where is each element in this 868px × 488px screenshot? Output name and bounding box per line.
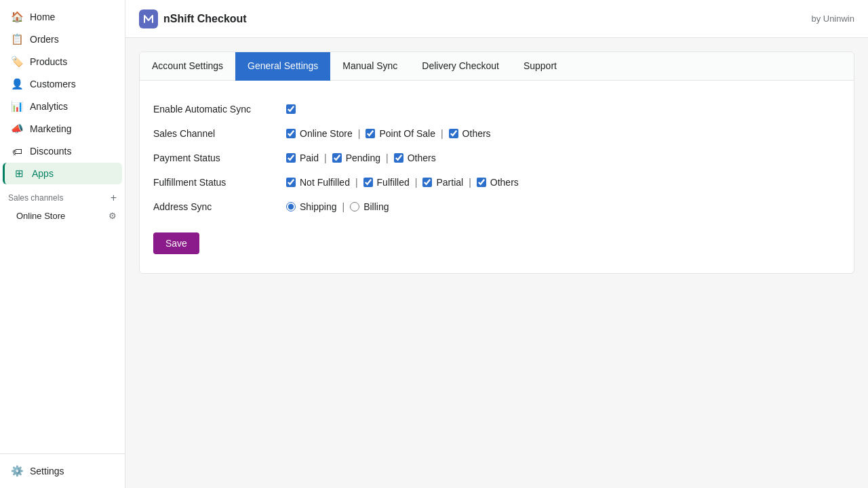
online-store-settings-icon[interactable]: ⚙ (108, 211, 117, 221)
sidebar-item-online-store[interactable]: Online Store ⚙ (0, 207, 125, 225)
fulfillment-others-text: Others (490, 177, 519, 188)
tab-manual-sync[interactable]: Manual Sync (330, 52, 410, 81)
sales-channel-pos-checkbox[interactable] (366, 129, 375, 138)
sales-channel-value: Online Store | Point Of Sale | Others (286, 128, 491, 139)
fulfillment-partial-text: Partial (436, 177, 463, 188)
by-label: by Uninwin (811, 14, 854, 24)
analytics-icon: 📊 (11, 100, 23, 113)
top-header: nShift Checkout by Uninwin (125, 0, 868, 38)
tabs-header: Account Settings General Settings Manual… (140, 52, 854, 81)
sidebar-item-label: Customers (30, 79, 76, 89)
address-sync-shipping-text: Shipping (300, 201, 337, 212)
address-sync-billing-radio[interactable] (350, 202, 359, 211)
sidebar-item-label: Analytics (30, 101, 68, 112)
address-sync-value: Shipping | Billing (286, 201, 389, 212)
sales-channels-label: Sales channels (8, 193, 63, 203)
sidebar-item-label: Marketing (30, 123, 71, 134)
payment-status-value: Paid | Pending | Others (286, 152, 436, 163)
payment-paid-text: Paid (300, 152, 319, 163)
enable-sync-label: Enable Automatic Sync (153, 104, 275, 115)
address-sync-label: Address Sync (153, 201, 275, 212)
orders-icon: 📋 (11, 33, 23, 45)
fulfillment-others-checkbox[interactable] (477, 178, 486, 187)
sidebar-item-label: Discounts (30, 146, 71, 157)
form-row-enable-sync: Enable Automatic Sync (153, 97, 840, 121)
separator: | (342, 201, 345, 212)
sidebar-bottom: ⚙️ Settings (0, 453, 125, 488)
sidebar-item-label: Settings (30, 466, 64, 476)
fulfillment-fulfilled-checkbox[interactable] (363, 178, 373, 187)
fulfillment-partial-checkbox[interactable] (422, 178, 432, 187)
tab-support[interactable]: Support (511, 52, 569, 81)
fulfillment-not-fulfilled-checkbox[interactable] (286, 178, 296, 187)
sales-channel-online-store-text: Online Store (300, 128, 353, 139)
fulfillment-status-value: Not Fulfilled | Fulfilled | Partial | Ot… (286, 177, 519, 188)
separator: | (386, 152, 389, 163)
fulfillment-not-fulfilled-text: Not Fulfilled (300, 177, 350, 188)
sidebar-item-label: Apps (32, 168, 54, 179)
tab-account-settings[interactable]: Account Settings (140, 52, 235, 81)
sales-channel-online-store-checkbox[interactable] (286, 129, 296, 138)
tab-delivery-checkout[interactable]: Delivery Checkout (410, 52, 511, 81)
products-icon: 🏷️ (11, 56, 23, 68)
online-store-label: Online Store (16, 211, 65, 221)
separator: | (355, 177, 358, 188)
sidebar-item-analytics[interactable]: 📊 Analytics (3, 96, 122, 117)
address-sync-billing-text: Billing (363, 201, 389, 212)
payment-pending-text: Pending (346, 152, 380, 163)
sales-channel-others-text: Others (462, 128, 491, 139)
marketing-icon: 📣 (11, 123, 23, 135)
separator: | (324, 152, 327, 163)
form-row-address-sync: Address Sync Shipping | Billing (153, 195, 840, 219)
home-icon: 🏠 (11, 11, 23, 23)
settings-icon: ⚙️ (11, 465, 23, 477)
sidebar-item-customers[interactable]: 👤 Customers (3, 73, 122, 95)
separator: | (469, 177, 471, 188)
fulfillment-fulfilled-text: Fulfilled (377, 177, 410, 188)
tabs-container: Account Settings General Settings Manual… (139, 52, 854, 274)
payment-pending-checkbox[interactable] (332, 153, 342, 163)
save-button-container: Save (153, 227, 840, 257)
sidebar-item-label: Home (30, 12, 55, 22)
enable-sync-value (286, 104, 296, 114)
logo-icon (139, 9, 158, 28)
sidebar-item-label: Products (30, 56, 67, 67)
fulfillment-status-label: Fulfillment Status (153, 177, 275, 188)
tab-general-settings[interactable]: General Settings (235, 52, 330, 81)
sidebar-item-products[interactable]: 🏷️ Products (3, 51, 122, 73)
sidebar-item-settings[interactable]: ⚙️ Settings (3, 460, 122, 482)
enable-sync-checkbox[interactable] (286, 104, 296, 114)
sidebar-item-marketing[interactable]: 📣 Marketing (3, 118, 122, 140)
sidebar-item-apps[interactable]: ⊞ Apps (3, 163, 122, 184)
sales-channels-section: Sales channels + (0, 185, 125, 207)
add-sales-channel-icon[interactable]: + (111, 192, 117, 204)
apps-icon: ⊞ (13, 167, 25, 180)
sidebar-item-orders[interactable]: 📋 Orders (3, 28, 122, 50)
sidebar-item-home[interactable]: 🏠 Home (3, 6, 122, 28)
app-name: nShift Checkout (163, 13, 247, 25)
save-button[interactable]: Save (153, 232, 199, 254)
payment-paid-checkbox[interactable] (286, 153, 296, 163)
payment-others-text: Others (408, 152, 436, 163)
form-area: Enable Automatic Sync Sales Channel Onli… (140, 81, 854, 273)
sidebar: 🏠 Home 📋 Orders 🏷️ Products 👤 Customers … (0, 0, 125, 488)
address-sync-shipping-radio[interactable] (286, 202, 296, 211)
sidebar-item-discounts[interactable]: 🏷 Discounts (3, 140, 122, 162)
discounts-icon: 🏷 (11, 145, 23, 157)
form-row-sales-channel: Sales Channel Online Store | Point Of Sa… (153, 121, 840, 146)
payment-status-label: Payment Status (153, 152, 275, 163)
separator: | (441, 128, 443, 139)
payment-others-checkbox[interactable] (394, 153, 403, 163)
sidebar-nav: 🏠 Home 📋 Orders 🏷️ Products 👤 Customers … (0, 0, 125, 453)
sales-channel-label: Sales Channel (153, 128, 275, 139)
app-logo: nShift Checkout (139, 9, 247, 28)
sales-channel-others-checkbox[interactable] (449, 129, 458, 138)
sidebar-item-label: Orders (30, 34, 59, 45)
separator: | (358, 128, 361, 139)
form-row-payment-status: Payment Status Paid | Pending | Others (153, 146, 840, 170)
separator: | (415, 177, 418, 188)
customers-icon: 👤 (11, 78, 23, 90)
page-content: Account Settings General Settings Manual… (125, 38, 868, 488)
sales-channel-pos-text: Point Of Sale (379, 128, 435, 139)
main-content: nShift Checkout by Uninwin Account Setti… (125, 0, 868, 488)
